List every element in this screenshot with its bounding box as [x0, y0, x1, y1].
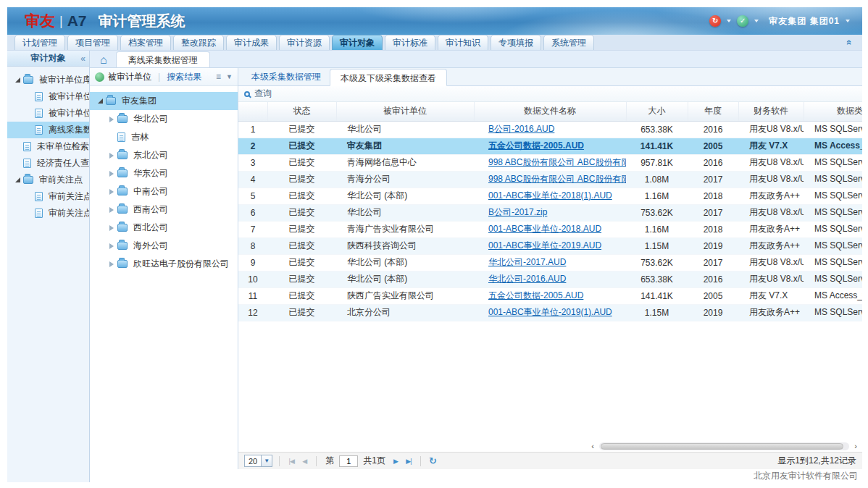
- org-tree-item-9[interactable]: 欣旺达电子股份有限公司: [90, 255, 238, 273]
- tree-expand-icon[interactable]: [107, 224, 116, 232]
- file-link[interactable]: 998 ABC股份有限公司 ABC股份有限公司: [488, 174, 626, 184]
- sidebar-tree-item-3[interactable]: 离线采集数据管理: [7, 122, 89, 138]
- file-link[interactable]: B公司-2016.AUD: [488, 124, 554, 134]
- sidebar-tree-item-8[interactable]: 审前关注点维护: [7, 205, 89, 222]
- nav-tab-0[interactable]: 计划管理: [14, 35, 65, 50]
- column-header-unit[interactable]: 被审计单位: [336, 102, 474, 121]
- column-header-year[interactable]: 年度: [688, 102, 738, 121]
- nav-tab-3[interactable]: 整改跟踪: [173, 35, 224, 50]
- sidebar-tree-item-6[interactable]: 审前关注点: [7, 172, 89, 188]
- org-tree-item-1[interactable]: 华北公司: [90, 110, 238, 128]
- query-button[interactable]: 查询: [254, 88, 272, 100]
- column-header-software[interactable]: 财务软件: [738, 102, 804, 121]
- next-page-button[interactable]: ▶: [391, 458, 401, 465]
- chevron-down-icon[interactable]: [754, 20, 759, 22]
- refresh-icon[interactable]: ↻: [429, 455, 437, 466]
- last-page-button[interactable]: ▶|: [404, 458, 414, 465]
- org-tree-item-0[interactable]: 审友集团: [90, 92, 238, 110]
- tree-collapse-icon[interactable]: [96, 97, 104, 106]
- tree-expand-icon[interactable]: [107, 188, 116, 196]
- tree-collapse-icon[interactable]: [13, 176, 22, 185]
- chevron-down-icon[interactable]: [846, 20, 850, 22]
- tab-local-and-sub-data-view[interactable]: 本级及下级采集数据查看: [330, 69, 447, 86]
- sidebar-tree-item-0[interactable]: 被审计单位库: [7, 72, 89, 88]
- file-link[interactable]: 华北公司-2016.AUD: [488, 274, 566, 284]
- file-link[interactable]: 001-ABC事业单位-2019(1).AUD: [488, 307, 612, 317]
- nav-tab-2[interactable]: 档案管理: [120, 35, 171, 50]
- file-link[interactable]: 001-ABC事业单位-2018.AUD: [488, 224, 601, 234]
- org-tree-item-7[interactable]: 西北公司: [90, 219, 238, 237]
- tab-audited-units[interactable]: 被审计单位: [108, 71, 151, 83]
- org-tree-item-3[interactable]: 东北公司: [90, 146, 238, 164]
- nav-tab-5[interactable]: 审计资源: [279, 35, 330, 50]
- scroll-left-icon[interactable]: ‹: [588, 442, 597, 450]
- chevron-down-icon[interactable]: [727, 20, 731, 22]
- table-row[interactable]: 1已提交华北公司B公司-2016.AUD653.38K2016用友U8 V8.x…: [238, 121, 862, 138]
- tree-expand-icon[interactable]: [107, 206, 116, 214]
- collapse-sidebar-icon[interactable]: «: [80, 54, 85, 64]
- nav-tab-10[interactable]: 系统管理: [543, 35, 594, 50]
- tree-expand-icon[interactable]: [107, 151, 116, 160]
- file-link[interactable]: 华北公司-2017.AUD: [488, 257, 566, 267]
- nav-tab-4[interactable]: 审计成果: [226, 35, 277, 50]
- column-header-num[interactable]: [238, 102, 267, 121]
- table-row[interactable]: 10已提交华北公司 (本部)华北公司-2016.AUD653.38K2016用友…: [238, 271, 862, 287]
- panel-menu-icon[interactable]: ≡: [216, 72, 221, 82]
- tab-search-results[interactable]: 搜索结果: [167, 71, 201, 83]
- column-header-size[interactable]: 大小: [626, 102, 688, 121]
- table-row[interactable]: 6已提交华北公司B公司-2017.zip753.62K2017用友U8 V8.x…: [238, 204, 862, 221]
- first-page-button[interactable]: |◀: [286, 458, 296, 465]
- collapse-header-icon[interactable]: «: [844, 40, 855, 45]
- home-icon[interactable]: ⌂: [100, 54, 107, 66]
- current-org-user[interactable]: 审友集团 集团01: [769, 15, 840, 28]
- nav-tab-9[interactable]: 专项填报: [491, 35, 541, 50]
- nav-tab-6[interactable]: 审计对象: [332, 35, 383, 50]
- tab-local-data-manage[interactable]: 本级采集数据管理: [243, 68, 330, 85]
- sidebar-tree-item-4[interactable]: 未审单位检索: [7, 138, 89, 155]
- notification-icon[interactable]: ↻: [709, 15, 721, 27]
- nav-tab-1[interactable]: 项目管理: [67, 35, 118, 50]
- nav-tab-7[interactable]: 审计标准: [385, 35, 435, 50]
- table-row[interactable]: 8已提交陕西科技咨询公司001-ABC事业单位-2019.AUD1.15M201…: [238, 237, 862, 254]
- tree-collapse-icon[interactable]: [13, 76, 22, 85]
- file-link[interactable]: 001-ABC事业单位-2018(1).AUD: [488, 190, 612, 201]
- table-row[interactable]: 11已提交陕西广告实业有限公司五金公司数据-2005.AUD141.41K200…: [238, 287, 862, 304]
- page-size-select[interactable]: 20 ▼: [244, 455, 272, 467]
- file-link[interactable]: 001-ABC事业单位-2019.AUD: [488, 240, 601, 251]
- file-link[interactable]: 五金公司数据-2005.AUD: [488, 140, 584, 151]
- table-row[interactable]: 4已提交青海分公司998 ABC股份有限公司 ABC股份有限公司1.08M201…: [238, 171, 862, 188]
- org-tree-item-2[interactable]: 吉林: [90, 128, 238, 146]
- org-tree-item-4[interactable]: 华东公司: [90, 164, 238, 182]
- table-row[interactable]: 5已提交华北公司 (本部)001-ABC事业单位-2018(1).AUD1.16…: [238, 188, 862, 204]
- column-header-dtype[interactable]: 数据类型: [804, 102, 862, 121]
- prev-page-button[interactable]: ◀: [299, 458, 309, 465]
- file-link[interactable]: B公司-2017.zip: [488, 207, 547, 217]
- file-link[interactable]: 五金公司数据-2005.AUD: [488, 290, 583, 300]
- tree-expand-icon[interactable]: [107, 169, 116, 178]
- tree-expand-icon[interactable]: [107, 242, 116, 251]
- scroll-right-icon[interactable]: ›: [851, 442, 860, 450]
- org-tree-item-5[interactable]: 中南公司: [90, 182, 238, 201]
- chevron-down-icon[interactable]: ▼: [226, 73, 233, 80]
- org-tree-item-8[interactable]: 海外公司: [90, 237, 238, 255]
- sidebar-tree-item-1[interactable]: 被审计单位查看: [7, 88, 89, 105]
- column-header-status[interactable]: 状态: [267, 102, 336, 121]
- sidebar-tree-item-5[interactable]: 经济责任人查看: [7, 155, 89, 172]
- file-link[interactable]: 998 ABC股份有限公司 ABC股份有限公司: [488, 157, 626, 167]
- tree-expand-icon[interactable]: [107, 260, 116, 269]
- table-row[interactable]: 9已提交华北公司 (本部)华北公司-2017.AUD753.62K2017用友U…: [238, 254, 862, 271]
- user-icon[interactable]: ✓: [737, 15, 748, 27]
- page-number-input[interactable]: [339, 455, 358, 467]
- table-row[interactable]: 7已提交青海广告实业有限公司001-ABC事业单位-2018.AUD1.16M2…: [238, 221, 862, 237]
- scrollbar-track[interactable]: [599, 442, 849, 450]
- table-row[interactable]: 3已提交青海网络信息中心998 ABC股份有限公司 ABC股份有限公司957.8…: [238, 154, 862, 171]
- table-row[interactable]: 2已提交审友集团五金公司数据-2005.AUD141.41K2005用友 V7.…: [238, 138, 862, 154]
- column-header-file[interactable]: 数据文件名称: [474, 102, 626, 121]
- open-page-tab[interactable]: 离线采集数据管理: [116, 51, 210, 67]
- nav-tab-8[interactable]: 审计知识: [438, 35, 488, 50]
- scrollbar-thumb[interactable]: [601, 443, 843, 450]
- org-tree-item-6[interactable]: 西南公司: [90, 201, 238, 219]
- sidebar-tree-item-2[interactable]: 被审计单位维护: [7, 105, 89, 122]
- table-row[interactable]: 12已提交北京分公司001-ABC事业单位-2019(1).AUD1.15M20…: [238, 304, 862, 321]
- sidebar-tree-item-7[interactable]: 审前关注点查看: [7, 188, 89, 205]
